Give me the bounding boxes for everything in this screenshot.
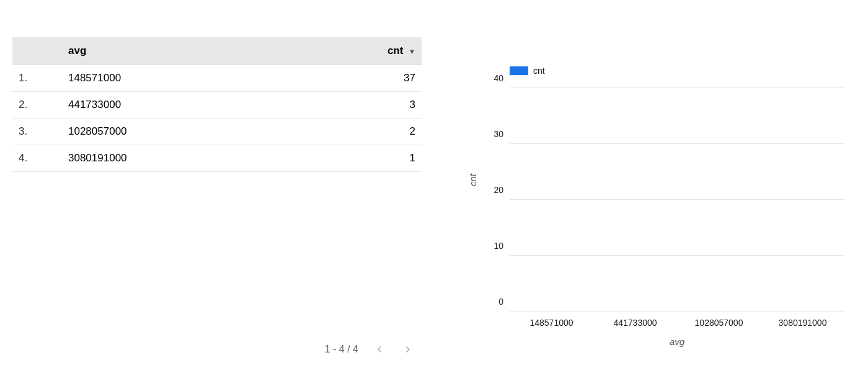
col-header-avg[interactable]: avg <box>62 37 291 65</box>
table-row[interactable]: 1. 148571000 37 <box>12 65 422 92</box>
pager-next-button[interactable] <box>401 342 415 357</box>
table-header-row: avg cnt ▼ <box>12 37 422 65</box>
bars-group <box>510 88 844 312</box>
pager-prev-button[interactable] <box>372 342 387 357</box>
chevron-right-icon <box>403 344 413 354</box>
cell-index: 1. <box>12 65 62 92</box>
y-tick: 10 <box>479 241 503 251</box>
legend-swatch-icon <box>510 66 528 75</box>
chart-legend: cnt <box>510 66 545 76</box>
cell-index: 4. <box>12 145 62 172</box>
plot-area: 0 10 20 30 40 148571000 441733000 102805… <box>510 88 844 312</box>
x-tick: 3080191000 <box>761 318 844 328</box>
table-row[interactable]: 2. 441733000 3 <box>12 92 422 119</box>
cell-cnt: 37 <box>291 65 422 92</box>
cell-avg: 441733000 <box>62 92 291 119</box>
col-header-cnt-label: cnt <box>388 45 404 56</box>
cell-avg: 3080191000 <box>62 145 291 172</box>
sort-descending-icon: ▼ <box>409 48 415 55</box>
table-row[interactable]: 3. 1028057000 2 <box>12 119 422 145</box>
pager: 1 - 4 / 4 <box>12 342 422 357</box>
cell-cnt: 2 <box>291 119 422 145</box>
cell-avg: 1028057000 <box>62 119 291 145</box>
table-row[interactable]: 4. 3080191000 1 <box>12 145 422 172</box>
y-axis-label: cnt <box>467 174 478 186</box>
x-tick: 441733000 <box>593 318 677 328</box>
col-header-cnt[interactable]: cnt ▼ <box>291 37 422 65</box>
y-tick: 40 <box>479 73 503 83</box>
x-tick: 148571000 <box>510 318 593 328</box>
pager-range: 1 - 4 / 4 <box>325 344 358 355</box>
col-header-index[interactable] <box>12 37 62 65</box>
data-table: avg cnt ▼ 1. 148571000 37 2. 441733000 3 <box>12 37 422 172</box>
x-axis-label: avg <box>510 336 844 347</box>
cell-index: 2. <box>12 92 62 119</box>
cell-cnt: 3 <box>291 92 422 119</box>
cell-cnt: 1 <box>291 145 422 172</box>
y-tick: 0 <box>479 297 503 307</box>
y-tick: 30 <box>479 129 503 139</box>
cell-index: 3. <box>12 119 62 145</box>
cell-avg: 148571000 <box>62 65 291 92</box>
bar-chart: cnt cnt 0 10 20 30 40 148571000 44173300… <box>465 37 856 335</box>
legend-label: cnt <box>533 66 545 76</box>
chevron-left-icon <box>374 344 384 354</box>
data-table-panel: avg cnt ▼ 1. 148571000 37 2. 441733000 3 <box>12 37 422 335</box>
x-tick: 1028057000 <box>677 318 761 328</box>
y-tick: 20 <box>479 185 503 195</box>
